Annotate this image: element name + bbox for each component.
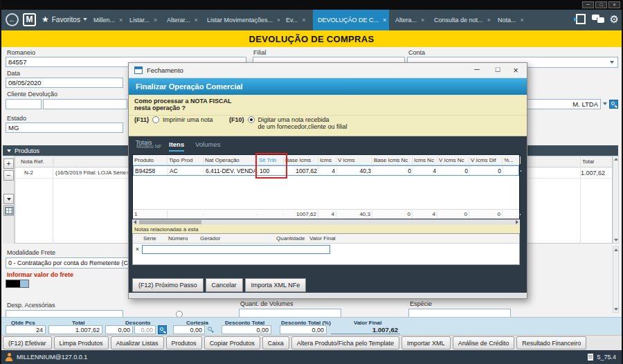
tab-alterar[interactable]: Alterar... bbox=[162, 10, 201, 30]
col-serie[interactable]: Série bbox=[142, 235, 167, 242]
tab-millen[interactable]: Millen... bbox=[89, 10, 123, 30]
tab-close-icon[interactable] bbox=[421, 17, 424, 24]
scroll-up-icon[interactable] bbox=[614, 158, 618, 161]
tab-close-icon[interactable] bbox=[383, 17, 386, 24]
col-nota-ref[interactable]: Nota Ref. bbox=[15, 158, 54, 165]
desconto-field[interactable]: 0,00 bbox=[105, 325, 133, 334]
products-scrollbar[interactable] bbox=[613, 156, 619, 244]
dialog-minimize-button[interactable] bbox=[470, 65, 484, 73]
caixa-button[interactable]: Caixa bbox=[262, 336, 289, 349]
tab-altera[interactable]: Altera... bbox=[390, 10, 428, 30]
copiar-produtos-button[interactable]: Copiar Produtos bbox=[204, 336, 260, 349]
atualizar-listas-button[interactable]: Atualizar Listas bbox=[111, 336, 164, 349]
dialog-titlebar[interactable]: Fechamento bbox=[129, 63, 527, 78]
window-minimize-button[interactable] bbox=[582, 1, 594, 8]
gear-icon[interactable] bbox=[610, 14, 619, 24]
importar-xml-button[interactable]: Importar XML bbox=[401, 336, 451, 349]
data-field[interactable]: 08/05/2020 bbox=[6, 78, 123, 88]
radio-unselected-icon[interactable] bbox=[152, 116, 159, 123]
desconto-total-field[interactable]: 0,00 bbox=[222, 325, 271, 334]
analise-credito-button[interactable]: Análise de Crédito bbox=[453, 336, 515, 349]
col-quantidade[interactable]: Quantidade bbox=[275, 235, 308, 242]
produtos-button[interactable]: Produtos bbox=[166, 336, 202, 349]
col-numero[interactable]: Número bbox=[167, 235, 199, 242]
conta-dropdown-icon[interactable] bbox=[610, 61, 614, 64]
col-total[interactable]: Total bbox=[570, 158, 612, 165]
col-base-icms-nc[interactable]: Base Icms Nc bbox=[372, 156, 413, 164]
back-button[interactable] bbox=[6, 13, 19, 26]
efetivar-button[interactable]: (F12) Efetivar bbox=[3, 336, 52, 349]
col-v-icms[interactable]: V Icms bbox=[336, 156, 372, 164]
tab-totais[interactable]: Totais Modelo NF bbox=[136, 139, 170, 153]
importa-xml-nfe-button[interactable]: Importa XML NFe bbox=[245, 278, 307, 292]
scroll-down-icon[interactable] bbox=[614, 308, 618, 311]
dialog-maximize-button[interactable] bbox=[491, 65, 505, 73]
col-v-icms-nc[interactable]: V Icms Nc bbox=[437, 156, 469, 164]
tab-close-icon[interactable] bbox=[119, 17, 123, 24]
col-icms-nc[interactable]: Icms Nc bbox=[413, 156, 437, 164]
tab-nota[interactable]: Nota... bbox=[493, 10, 529, 30]
dropdown-button[interactable] bbox=[3, 194, 14, 204]
panel-scrollbar[interactable] bbox=[613, 246, 619, 313]
cortesia-search-icon[interactable] bbox=[207, 326, 215, 334]
remove-row-button[interactable] bbox=[3, 170, 14, 181]
related-note-row[interactable]: × bbox=[133, 244, 519, 255]
col-gerador[interactable]: Gerador bbox=[199, 235, 275, 242]
desconto-pct-field[interactable]: 0,00 bbox=[134, 325, 156, 334]
tab-close-icon[interactable] bbox=[521, 17, 524, 24]
desconto-total-pct-field[interactable]: 0,00 bbox=[280, 325, 327, 334]
tab-close-icon[interactable] bbox=[195, 17, 198, 24]
altera-produto-template-button[interactable]: Altera Produto/Ficha pelo Template bbox=[291, 336, 399, 349]
tab-close-icon[interactable] bbox=[302, 17, 305, 24]
col-produto[interactable]: Produto bbox=[133, 156, 168, 164]
estado-field[interactable]: MG bbox=[6, 122, 123, 133]
limpa-produtos-button[interactable]: Limpa Produtos bbox=[54, 336, 109, 349]
tab-close-icon[interactable] bbox=[154, 17, 157, 24]
tab-volumes[interactable]: Volumes bbox=[195, 140, 220, 148]
cliente-code2-field[interactable] bbox=[43, 99, 127, 109]
qtde-pcs-field[interactable]: 24 bbox=[6, 325, 46, 334]
dialog-close-button[interactable] bbox=[509, 65, 523, 75]
scroll-left-icon[interactable] bbox=[134, 220, 136, 224]
col-v-icms-dif[interactable]: V Icms Dif bbox=[469, 156, 503, 164]
option-f10-digitar[interactable]: (F10) Digitar uma nota recebida de um fo… bbox=[229, 116, 347, 130]
tab-consulta-de-notas[interactable]: Consulta de not... bbox=[429, 10, 491, 30]
tab-close-icon[interactable] bbox=[487, 17, 491, 24]
col-tipo-prod[interactable]: Tipo Prod bbox=[168, 156, 204, 164]
frete-value-field[interactable] bbox=[6, 280, 29, 288]
scroll-right-icon[interactable] bbox=[516, 220, 518, 224]
radio-selected-icon[interactable] bbox=[248, 116, 255, 123]
scroll-thumb[interactable] bbox=[139, 220, 201, 224]
cliente-dropdown-icon[interactable] bbox=[603, 102, 607, 105]
scroll-up-icon[interactable] bbox=[614, 248, 618, 251]
tab-itens[interactable]: Itens bbox=[169, 140, 184, 152]
window-close-button[interactable] bbox=[608, 1, 620, 8]
millennium-logo[interactable]: M bbox=[23, 13, 36, 26]
export-note-icon[interactable] bbox=[576, 14, 586, 24]
cancelar-button[interactable]: Cancelar bbox=[206, 278, 243, 292]
proximo-passo-button[interactable]: (F12) Próximo Passo bbox=[132, 278, 204, 292]
window-maximize-button[interactable] bbox=[595, 1, 607, 8]
col-pct[interactable]: %... bbox=[503, 156, 521, 164]
tab-close-icon[interactable] bbox=[277, 17, 280, 24]
chat-icon[interactable] bbox=[592, 15, 604, 24]
add-row-button[interactable] bbox=[3, 158, 14, 169]
cliente-code-field[interactable] bbox=[6, 99, 42, 109]
option-f11-imprimir[interactable]: (F11) Imprimir uma nota bbox=[134, 116, 213, 123]
col-nat-operacao[interactable]: Nat Operação bbox=[204, 156, 258, 164]
cortesia-field[interactable]: 0,00 bbox=[173, 325, 205, 334]
col-valor-final[interactable]: Valor Final bbox=[308, 235, 345, 242]
desconto-search-icon[interactable] bbox=[158, 325, 167, 334]
related-note-input[interactable] bbox=[142, 245, 330, 254]
cliente-search-icon[interactable] bbox=[609, 100, 618, 109]
col-base-icms[interactable]: Base Icms bbox=[284, 156, 318, 164]
tab-ev[interactable]: Ev... bbox=[281, 10, 312, 30]
resultado-financeiro-button[interactable]: Resultado Financeiro bbox=[516, 336, 586, 349]
scroll-down-icon[interactable] bbox=[614, 239, 618, 242]
favorites-button[interactable]: Favoritos bbox=[42, 15, 87, 24]
tab-listar[interactable]: Listar... bbox=[125, 10, 161, 30]
col-icms[interactable]: Icms bbox=[318, 156, 336, 164]
item-row[interactable]: B94258 AC 6.411-DEV. VENDAS DE 100 1007,… bbox=[133, 165, 519, 176]
tab-devolucao-de-compras[interactable]: DEVOLUÇÃO DE C... bbox=[313, 10, 389, 30]
grid-view-button[interactable] bbox=[3, 206, 14, 216]
